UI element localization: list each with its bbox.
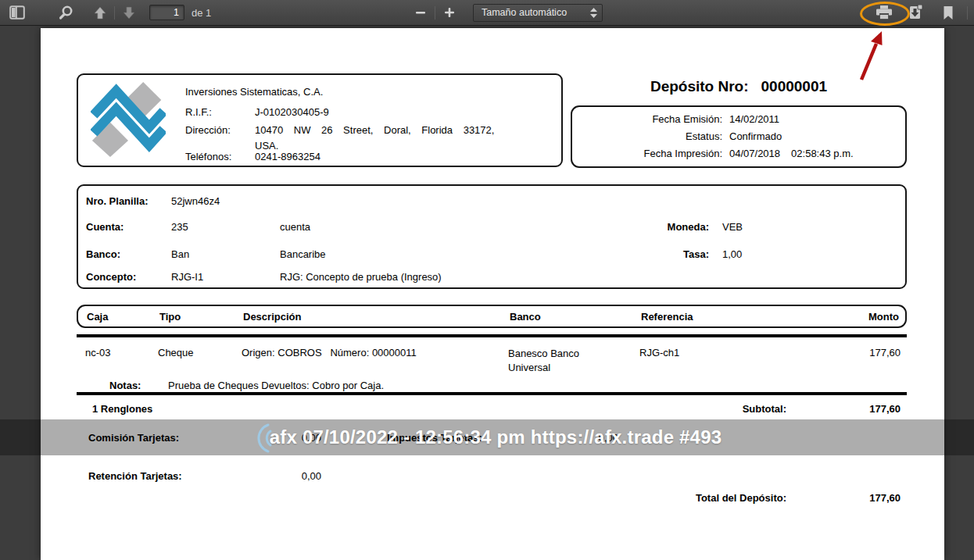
sidebar-toggle-button[interactable] [6, 2, 28, 23]
rif-label: R.I.F.: [185, 106, 212, 118]
concepto-name: RJG: Concepto de prueba (Ingreso) [280, 271, 442, 283]
address-line1: 10470 NW 26 Street, Doral, Florida 33172… [255, 124, 561, 136]
search-icon [58, 5, 73, 20]
address-line2: USA. [255, 140, 278, 152]
table-header-box: Caja Tipo Descripción Banco Referencia M… [77, 305, 907, 328]
pdf-page: Inversiones Sistematicas, C.A. R.I.F.: J… [41, 28, 944, 560]
row-referencia: RJG-ch1 [639, 347, 679, 358]
status-row: Estatus: Confirmado [572, 130, 905, 142]
renglones-count: 1 Renglones [92, 403, 152, 415]
deposit-details-box: Nro. Planilla: 52jwn46z4 Cuenta: 235 cue… [77, 184, 907, 289]
rif-value: J-0102030405-9 [255, 106, 329, 118]
company-logo [91, 82, 166, 157]
print-highlight-ellipse [860, 2, 910, 26]
deposit-number: 00000001 [761, 78, 828, 95]
issue-date-label: Fecha Emisión: [572, 113, 722, 125]
phones-label: Teléfonos: [185, 151, 231, 162]
zoom-in-button[interactable] [439, 2, 460, 23]
row-caja: nc-03 [85, 347, 111, 358]
banco-code: Ban [171, 248, 189, 260]
subtotal-label: Subtotal: [658, 403, 786, 415]
status-value: Confirmado [729, 130, 782, 142]
page-count-label: de 1 [192, 7, 211, 19]
address-label: Dirección: [185, 124, 231, 136]
toolbar-separator [114, 6, 115, 20]
deposit-title-label: Depósito Nro: [650, 78, 749, 95]
cuenta-name: cuenta [280, 221, 310, 233]
concepto-label: Concepto: [86, 271, 136, 283]
bookmark-icon [943, 5, 954, 20]
column-header-referencia: Referencia [641, 311, 693, 323]
page-up-icon [93, 6, 107, 20]
moneda-label: Moneda: [592, 221, 709, 233]
next-page-button[interactable] [118, 2, 140, 23]
print-date-label: Fecha Impresión: [572, 148, 722, 159]
page-down-icon [122, 6, 136, 20]
column-header-descripcion: Descripción [243, 311, 301, 323]
banco-name: Bancaribe [280, 248, 326, 260]
subtotal-value: 177,60 [822, 403, 901, 415]
cuenta-label: Cuenta: [86, 221, 124, 233]
company-info-box: Inversiones Sistematicas, C.A. R.I.F.: J… [77, 73, 563, 167]
print-date-row: Fecha Impresión: 04/07/2018 02:58:43 p.m… [572, 148, 905, 159]
row-descripcion: Origen: COBROS Número: 00000011 [242, 347, 417, 358]
issue-date-value: 14/02/2011 [729, 113, 779, 125]
banco-label: Banco: [86, 248, 120, 260]
search-button[interactable] [55, 2, 77, 23]
zoom-mode-value: Tamaño automático [482, 7, 567, 18]
column-header-monto: Monto [868, 311, 899, 323]
page-number-input[interactable] [149, 5, 184, 20]
sidebar-toggle-icon [9, 5, 25, 20]
tasa-label: Tasa: [592, 248, 709, 260]
watermark-band: afx 07/10/2022 - 12:56:34 pm https://afx… [0, 419, 974, 455]
cuenta-code: 235 [171, 221, 188, 233]
row-monto: 177,60 [869, 347, 901, 358]
divider-double-line [77, 392, 907, 395]
retencion-label: Retención Tarjetas: [88, 470, 182, 482]
concepto-code: RJG-I1 [171, 271, 203, 283]
notas-value: Prueba de Cheques Devueltos: Cobro por C… [168, 380, 384, 391]
total-label: Total del Depósito: [588, 492, 786, 504]
toolbar-center-group: Tamaño automático [410, 0, 603, 25]
status-label: Estatus: [572, 130, 722, 142]
print-time-value: 02:58:43 p.m. [791, 148, 854, 159]
planilla-value: 52jwn46z4 [171, 195, 220, 207]
phones-value: 0241-8963254 [255, 151, 320, 162]
issue-date-row: Fecha Emisión: 14/02/2011 [572, 113, 905, 125]
retencion-value: 0,00 [267, 470, 321, 482]
column-header-banco: Banco [510, 311, 541, 323]
column-header-caja: Caja [87, 311, 108, 323]
divider-double-line [77, 334, 907, 337]
download-icon [908, 5, 923, 20]
zoom-in-icon [444, 7, 455, 18]
row-tipo: Cheque [158, 347, 194, 358]
notas-label: Notas: [109, 380, 141, 391]
watermark-text: afx 07/10/2022 - 12:56:34 pm https://afx… [270, 426, 722, 448]
zoom-out-button[interactable] [410, 2, 431, 23]
toolbar-separator [967, 6, 968, 20]
watermark-afx-logo-icon [252, 423, 274, 454]
table-row: nc-03 Cheque Origen: COBROS Número: 0000… [77, 347, 907, 378]
toolbar-left-group: de 1 [6, 0, 211, 25]
deposit-dates-box: Fecha Emisión: 14/02/2011 Estatus: Confi… [571, 105, 907, 168]
planilla-label: Nro. Planilla: [86, 195, 148, 207]
pdf-toolbar: de 1 Tamaño automático [0, 0, 974, 26]
select-spinner-icon [590, 8, 597, 18]
tasa-value: 1,00 [722, 248, 742, 260]
column-header-tipo: Tipo [159, 311, 181, 323]
company-name: Inversiones Sistematicas, C.A. [185, 86, 323, 98]
row-banco: Banesco Banco Universal [508, 347, 606, 375]
toolbar-separator [435, 6, 435, 20]
red-arrow [854, 27, 891, 84]
pdf-viewer-area: Inversiones Sistematicas, C.A. R.I.F.: J… [0, 26, 974, 560]
bookmark-button[interactable] [937, 2, 959, 23]
previous-page-button[interactable] [89, 2, 111, 23]
zoom-mode-select[interactable]: Tamaño automático [473, 4, 603, 22]
moneda-value: VEB [722, 221, 743, 233]
total-value: 177,60 [822, 492, 901, 504]
print-date-value: 04/07/2018 [729, 148, 780, 159]
zoom-out-icon [415, 7, 426, 18]
